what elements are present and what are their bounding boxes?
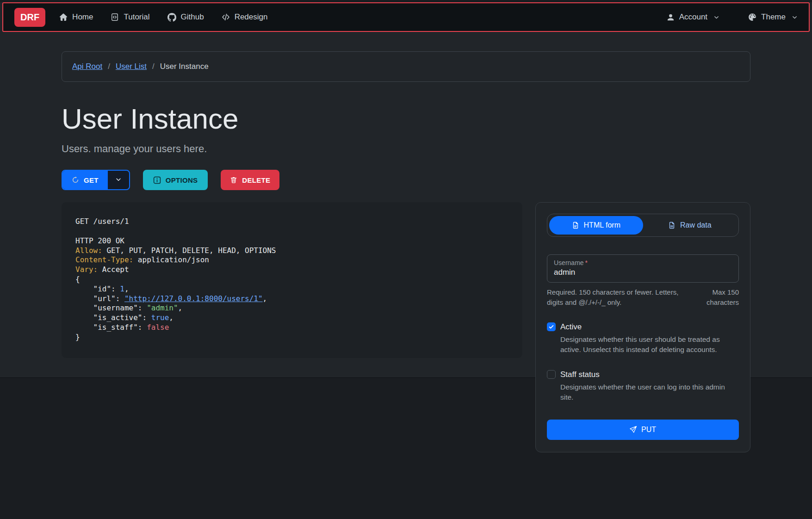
- content-row: GET /users/1 HTTP 200 OK Allow: GET, PUT…: [62, 202, 750, 452]
- breadcrumb-separator: /: [108, 62, 110, 71]
- file-code-icon: [572, 222, 579, 229]
- nav-tutorial-label: Tutorial: [124, 12, 149, 22]
- chevron-down-icon: [792, 14, 798, 20]
- username-help-text: Required. 150 characters or fewer. Lette…: [547, 287, 688, 308]
- code-token: "username":: [75, 303, 147, 312]
- active-checkbox-row: Active: [547, 322, 739, 332]
- staff-status-label: Staff status: [560, 370, 600, 379]
- refresh-icon: [72, 176, 79, 184]
- active-label: Active: [560, 322, 582, 332]
- tab-raw-data[interactable]: Raw data: [643, 216, 737, 235]
- options-button[interactable]: OPTIONS: [143, 170, 208, 190]
- nav-links: Home Tutorial Github: [59, 12, 267, 22]
- code-token: }: [75, 333, 80, 341]
- code-token: "is_staff":: [75, 323, 147, 332]
- code-token: false: [147, 323, 169, 332]
- account-label: Account: [679, 12, 707, 22]
- breadcrumb-user-list[interactable]: User List: [116, 62, 147, 71]
- nav-item-tutorial[interactable]: Tutorial: [111, 12, 149, 22]
- username-field[interactable]: Username *: [547, 254, 739, 283]
- tab-raw-data-label: Raw data: [680, 221, 712, 229]
- code-token: "id":: [75, 284, 120, 293]
- staff-status-checkbox[interactable]: [547, 370, 556, 379]
- options-button-label: OPTIONS: [166, 176, 198, 184]
- delete-button[interactable]: DELETE: [221, 170, 279, 190]
- home-icon: [59, 13, 68, 21]
- staff-checkbox-row: Staff status: [547, 370, 739, 379]
- code-token: "url":: [75, 294, 124, 303]
- put-button-label: PUT: [641, 426, 656, 434]
- breadcrumb-api-root[interactable]: Api Root: [72, 62, 102, 71]
- response-body: GET /users/1 HTTP 200 OK Allow: GET, PUT…: [75, 217, 508, 342]
- breadcrumb-separator: /: [152, 62, 155, 71]
- navbar: DRF Home Tutorial: [2, 2, 810, 32]
- required-asterisk: *: [585, 259, 588, 266]
- delete-button-label: DELETE: [242, 176, 270, 184]
- username-help: Required. 150 characters or fewer. Lette…: [547, 287, 739, 308]
- code-token: "admin": [147, 303, 178, 312]
- navbar-right: Account Theme: [667, 12, 798, 22]
- header-name: Content-Type:: [75, 255, 133, 264]
- brand-logo[interactable]: DRF: [14, 8, 45, 27]
- active-description: Designates whether this user should be t…: [560, 334, 739, 355]
- header-value: application/json: [133, 255, 209, 264]
- nav-redesign-label: Redesign: [235, 12, 268, 22]
- palette-icon: [748, 13, 756, 21]
- code-token: "is_active":: [75, 313, 151, 322]
- page-container: Api Root / User List / User Instance Use…: [62, 51, 750, 452]
- nav-item-github[interactable]: Github: [167, 12, 204, 22]
- account-menu[interactable]: Account: [667, 12, 719, 22]
- journal-code-icon: [111, 13, 119, 21]
- get-button[interactable]: GET: [62, 171, 108, 189]
- code-token: true: [151, 313, 169, 322]
- file-text-icon: [668, 222, 676, 229]
- chevron-down-icon: [713, 14, 719, 20]
- get-button-label: GET: [84, 176, 99, 184]
- person-icon: [667, 13, 675, 21]
- username-field-label: Username *: [554, 259, 732, 266]
- status-line: HTTP 200 OK: [75, 236, 124, 245]
- header-name: Allow:: [75, 246, 102, 255]
- main-content-section: DRF Home Tutorial: [0, 2, 812, 378]
- code-token: ,: [124, 284, 129, 293]
- response-url-link[interactable]: "http://127.0.0.1:8000/users/1": [124, 294, 263, 303]
- code-token: {: [75, 275, 80, 284]
- chevron-down-icon: [115, 176, 122, 184]
- header-value: GET, PUT, PATCH, DELETE, HEAD, OPTIONS: [102, 246, 276, 255]
- code-slash-icon: [222, 13, 230, 21]
- username-max-length: Max 150 characters: [696, 287, 739, 308]
- username-input[interactable]: [554, 266, 732, 277]
- header-name: Vary:: [75, 265, 98, 274]
- github-icon: [167, 13, 176, 22]
- header-value: Accept: [98, 265, 129, 274]
- page-title: User Instance: [62, 103, 750, 135]
- tab-html-form[interactable]: HTML form: [549, 216, 643, 235]
- navbar-left: DRF Home Tutorial: [14, 8, 267, 27]
- trash-icon: [230, 176, 237, 184]
- code-token: ,: [178, 303, 183, 312]
- response-panel: GET /users/1 HTTP 200 OK Allow: GET, PUT…: [62, 202, 522, 358]
- nav-item-home[interactable]: Home: [59, 12, 93, 22]
- action-buttons: GET OPTIONS DELETE: [62, 170, 750, 190]
- code-token: ,: [263, 294, 267, 303]
- theme-menu[interactable]: Theme: [748, 12, 798, 22]
- info-square-icon: [153, 176, 161, 184]
- active-checkbox[interactable]: [547, 322, 556, 331]
- request-line: GET /users/1: [75, 217, 129, 226]
- page-subtitle: Users. manage your users here.: [62, 143, 750, 155]
- put-button[interactable]: PUT: [547, 420, 739, 440]
- code-token: 1: [120, 284, 124, 293]
- get-dropdown-toggle[interactable]: [108, 171, 129, 189]
- check-icon: [548, 324, 554, 330]
- form-tabs: HTML form Raw data: [547, 214, 739, 237]
- nav-home-label: Home: [72, 12, 93, 22]
- active-field: Active Designates whether this user shou…: [547, 322, 739, 355]
- nav-item-redesign[interactable]: Redesign: [222, 12, 268, 22]
- nav-github-label: Github: [181, 12, 204, 22]
- staff-status-field: Staff status Designates whether the user…: [547, 370, 739, 403]
- username-label-text: Username: [554, 259, 584, 266]
- code-token: ,: [169, 313, 174, 322]
- tab-html-form-label: HTML form: [584, 221, 620, 229]
- breadcrumb-current: User Instance: [160, 62, 209, 71]
- theme-label: Theme: [761, 12, 786, 22]
